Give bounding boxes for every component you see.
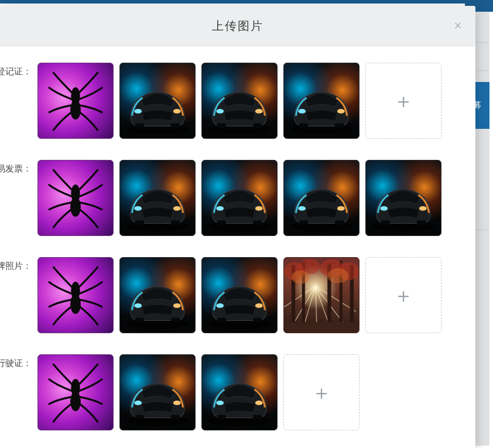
thumbnail-car[interactable]	[201, 257, 278, 333]
svg-rect-80	[217, 415, 226, 419]
thumbnail-forest[interactable]	[283, 257, 360, 333]
add-image-button[interactable]: ＋	[283, 354, 360, 430]
car-icon	[284, 63, 359, 138]
svg-line-56	[316, 286, 356, 312]
plus-icon: ＋	[311, 382, 331, 402]
svg-point-71	[70, 392, 81, 411]
plus-icon: ＋	[393, 285, 413, 305]
spider-icon	[38, 355, 113, 430]
car-icon	[202, 355, 277, 430]
car-icon	[120, 160, 195, 235]
bg-right-panel	[475, 12, 489, 446]
svg-rect-45	[171, 317, 180, 322]
modal-title: 上传图片	[212, 18, 263, 34]
svg-point-79	[255, 401, 263, 405]
upload-row: 牌照片：	[5, 257, 471, 333]
thumbnail-car[interactable]	[283, 160, 360, 236]
svg-point-9	[255, 109, 263, 114]
svg-rect-22	[135, 220, 144, 225]
car-icon	[120, 355, 195, 430]
svg-point-73	[134, 401, 142, 405]
thumbnail-car[interactable]	[283, 63, 360, 139]
svg-rect-69	[284, 322, 359, 333]
svg-rect-28	[253, 220, 262, 225]
bg-topbar-line	[0, 0, 493, 4]
svg-rect-32	[299, 220, 308, 225]
upload-row: 易发票：	[5, 160, 471, 236]
svg-point-40	[70, 295, 81, 314]
svg-point-20	[134, 206, 142, 211]
car-icon	[202, 63, 277, 138]
upload-row-label: 牌照片：	[0, 257, 28, 272]
thumbnail-car[interactable]	[119, 354, 196, 430]
svg-point-25	[216, 206, 224, 211]
svg-rect-33	[335, 220, 344, 225]
svg-point-18	[70, 197, 81, 217]
upload-row-label: 登记证：	[0, 63, 28, 77]
svg-rect-10	[217, 123, 226, 128]
svg-point-36	[419, 206, 427, 211]
modal-body: 登记证：	[0, 46, 475, 448]
svg-rect-27	[217, 220, 226, 225]
svg-point-3	[134, 109, 142, 114]
car-icon	[202, 160, 277, 235]
thumbnail-car[interactable]	[201, 160, 278, 236]
svg-point-4	[173, 109, 181, 114]
upload-row-label-text: 登记证：	[0, 66, 28, 77]
add-image-button[interactable]: ＋	[365, 63, 441, 139]
thumbnail-list: ＋	[37, 63, 441, 139]
svg-point-14	[337, 109, 345, 114]
thumbnail-car[interactable]	[365, 160, 441, 236]
svg-point-47	[216, 303, 224, 308]
svg-rect-6	[171, 123, 180, 128]
upload-row-label: 易发票：	[0, 160, 28, 175]
svg-point-35	[380, 206, 388, 211]
svg-point-1	[70, 100, 81, 119]
close-icon[interactable]: ×	[450, 18, 466, 34]
svg-point-8	[216, 109, 224, 114]
svg-rect-75	[135, 415, 144, 419]
thumbnail-car[interactable]	[201, 354, 278, 430]
svg-point-21	[173, 206, 181, 211]
svg-point-30	[298, 206, 306, 211]
svg-point-13	[298, 109, 306, 114]
upload-image-modal: 上传图片 × 登记证：	[0, 6, 475, 448]
spider-icon	[38, 160, 113, 235]
forest-icon	[284, 258, 359, 333]
svg-point-43	[173, 303, 181, 308]
thumbnail-list: ＋	[37, 354, 360, 430]
upload-row-label-text: 行驶证：	[0, 358, 28, 369]
svg-rect-37	[381, 220, 390, 225]
svg-rect-44	[135, 317, 144, 322]
svg-rect-16	[335, 123, 344, 128]
upload-row-label: 行驶证：	[0, 354, 28, 369]
thumbnail-car[interactable]	[119, 257, 196, 333]
svg-point-74	[173, 401, 181, 405]
thumbnail-spider[interactable]	[37, 354, 114, 430]
spider-icon	[38, 258, 113, 333]
spider-icon	[38, 63, 113, 138]
upload-row: 行驶证：	[5, 354, 471, 430]
svg-rect-38	[417, 220, 426, 225]
thumbnail-list: ＋	[37, 257, 441, 333]
svg-rect-11	[253, 123, 262, 128]
car-icon	[202, 258, 277, 333]
svg-point-78	[216, 401, 224, 405]
car-icon	[120, 258, 195, 333]
modal-header: 上传图片 ×	[0, 6, 475, 46]
thumbnail-car[interactable]	[119, 63, 196, 139]
svg-rect-81	[253, 415, 262, 419]
thumbnail-car[interactable]	[201, 63, 278, 139]
plus-icon: ＋	[393, 91, 413, 111]
thumbnail-car[interactable]	[119, 160, 196, 236]
thumbnail-spider[interactable]	[37, 160, 114, 236]
thumbnail-list	[37, 160, 441, 236]
thumbnail-spider[interactable]	[37, 257, 114, 333]
svg-rect-23	[171, 220, 180, 225]
svg-rect-76	[171, 415, 180, 419]
car-icon	[366, 160, 441, 235]
svg-rect-49	[217, 317, 226, 322]
thumbnail-spider[interactable]	[37, 63, 114, 139]
svg-point-42	[134, 303, 142, 308]
add-image-button[interactable]: ＋	[365, 257, 441, 333]
